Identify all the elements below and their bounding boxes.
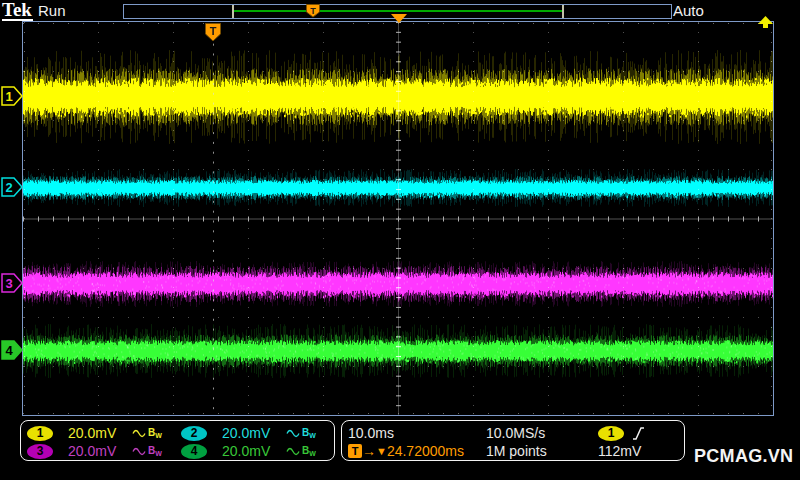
channel-1-position-marker: 1 [1, 86, 23, 106]
channel-2-badge: 2 [181, 426, 207, 441]
channel-4-coupling-icons: BW [286, 445, 316, 457]
waveform-display [23, 22, 773, 415]
trigger-mode-label: Auto [673, 2, 704, 19]
svg-text:1: 1 [5, 89, 12, 104]
trigger-level-value: 112mV [598, 443, 684, 459]
trigger-position-marker: T [205, 23, 221, 46]
svg-text:T: T [310, 6, 316, 16]
expansion-point-marker [391, 14, 407, 23]
ac-coupling-icon [286, 447, 300, 456]
sample-rate: 10.0MS/s [486, 425, 598, 441]
horizontal-trigger-box: 10.0ms 10.0MS/s 1 T → ▼ 24.72000ms 1M po… [341, 420, 685, 461]
channel-4-readout: 420.0mVBW [181, 442, 331, 460]
ac-coupling-icon [132, 429, 146, 438]
channel-4-scale: 20.0mV [222, 443, 280, 459]
channel-4-position-marker: 4 [1, 340, 23, 360]
channel-2-position-marker: 2 [1, 177, 23, 197]
bandwidth-limit-icon: BW [148, 445, 162, 457]
acquisition-status: Run [38, 2, 66, 19]
graticule [22, 21, 774, 416]
ac-coupling-icon [286, 429, 300, 438]
bandwidth-limit-icon: BW [302, 445, 316, 457]
svg-text:3: 3 [5, 276, 12, 291]
ac-coupling-icon [132, 447, 146, 456]
channel-4-badge: 4 [181, 444, 207, 459]
channel-1-scale: 20.0mV [68, 425, 126, 441]
watermark: PCMAG.VN [694, 446, 793, 467]
svg-text:4: 4 [5, 343, 13, 358]
record-length: 1M points [486, 443, 598, 459]
delay-pointer-icon: ▼ [376, 445, 387, 457]
svg-text:T: T [210, 25, 217, 37]
oscilloscope-screen: Tek Run Auto T T 1 2 3 4 120.0mVBW220.0m… [0, 0, 800, 480]
trigger-delay-value: 24.72000ms [387, 443, 464, 459]
horizontal-scale: 10.0ms [348, 425, 486, 441]
tek-logo: Tek [2, 0, 33, 21]
delay-arrow-icon: → [362, 443, 376, 459]
record-view-line [234, 10, 563, 12]
record-window-bracket-right [562, 5, 564, 18]
svg-text:2: 2 [5, 180, 12, 195]
trigger-slope-rising-icon [632, 426, 645, 441]
channel-3-scale: 20.0mV [68, 443, 126, 459]
trigger-level-offscale-arrow-icon [757, 15, 774, 33]
channel-3-readout: 320.0mVBW [27, 442, 177, 460]
channel-settings-box: 120.0mVBW220.0mVBW320.0mVBW420.0mVBW [20, 420, 335, 461]
channel-2-coupling-icons: BW [286, 427, 316, 439]
channel-1-coupling-icons: BW [132, 427, 162, 439]
channel-3-position-marker: 3 [1, 273, 23, 293]
bandwidth-limit-icon: BW [302, 427, 316, 439]
bandwidth-limit-icon: BW [148, 427, 162, 439]
channel-2-scale: 20.0mV [222, 425, 280, 441]
channel-1-badge: 1 [27, 426, 53, 441]
trigger-source-badge: 1 [598, 426, 624, 441]
channel-3-badge: 3 [27, 444, 53, 459]
channel-1-readout: 120.0mVBW [27, 424, 177, 442]
trigger-delay-icon: T [348, 444, 362, 458]
channel-2-readout: 220.0mVBW [181, 424, 331, 442]
channel-3-coupling-icons: BW [132, 445, 162, 457]
record-trigger-marker: T [306, 4, 320, 22]
